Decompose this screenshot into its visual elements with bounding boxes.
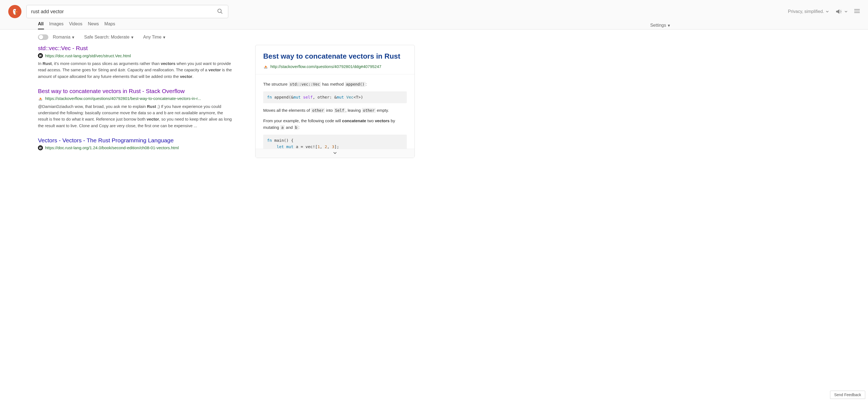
chevron-down-icon	[826, 10, 829, 13]
result-title[interactable]: Vectors - Vectors - The Rust Programming…	[38, 137, 233, 144]
answer-body: The structure std::vec::Vec has method a…	[255, 74, 414, 149]
safesearch-filter[interactable]: Safe Search: Moderate ▾	[84, 35, 133, 40]
settings-label: Settings	[650, 23, 666, 28]
search-icon	[217, 8, 223, 14]
region-filter[interactable]: Romania ▾	[38, 34, 74, 40]
toggle-knob	[39, 35, 43, 39]
caret-down-icon: ▾	[131, 35, 133, 40]
answer-text: empty.	[376, 108, 389, 113]
answer-text: into	[325, 108, 334, 113]
answer-text: Moves all the elements of	[263, 108, 311, 113]
privacy-label: Privacy, simplified.	[788, 9, 824, 14]
answer-text-bold: concatenate	[342, 118, 366, 123]
svg-point-1	[14, 10, 15, 11]
time-label: Any Time	[143, 35, 162, 40]
tab-images[interactable]: Images	[49, 22, 63, 29]
code-block: fn append(&mut self, other: &mut Vec<T>)	[263, 91, 407, 103]
answer-text: and	[285, 125, 294, 130]
inline-code: append()	[345, 82, 366, 87]
menu-button[interactable]	[854, 9, 860, 14]
answer-text-bold: vectors	[375, 118, 390, 123]
result-url[interactable]: https://doc.rust-lang.org/std/vec/struct…	[45, 53, 131, 58]
caret-down-icon: ▾	[72, 35, 74, 40]
duckduckgo-icon	[10, 6, 20, 17]
answer-text: The structure	[263, 82, 289, 86]
search-result: Vectors - Vectors - The Rust Programming…	[38, 137, 233, 150]
stackoverflow-icon	[263, 64, 268, 69]
inline-code: std::vec::Vec	[289, 82, 321, 87]
result-snippet: @DamianDziaduch wow, that broad, you ask…	[38, 103, 233, 129]
search-box[interactable]	[26, 5, 228, 18]
rust-icon	[38, 145, 43, 150]
answer-title[interactable]: Best way to concatenate vectors in Rust	[263, 52, 407, 61]
caret-down-icon: ▾	[668, 23, 670, 28]
answer-text: , leaving	[345, 108, 362, 113]
search-input[interactable]	[31, 9, 215, 15]
result-title[interactable]: Best way to concatenate vectors in Rust …	[38, 88, 233, 94]
inline-code: b	[294, 125, 299, 130]
inline-code: other	[362, 108, 376, 113]
result-title[interactable]: std::vec::Vec - Rust	[38, 45, 233, 52]
svg-point-2	[218, 9, 221, 12]
expand-answer-button[interactable]	[255, 149, 414, 158]
answer-url[interactable]: http://stackoverflow.com/questions/40792…	[270, 64, 381, 69]
inline-code: a	[280, 125, 285, 130]
answer-text: From your example, the following code wi…	[263, 118, 342, 123]
safesearch-label: Safe Search: Moderate	[84, 35, 129, 40]
caret-down-icon: ▾	[163, 35, 165, 40]
search-result: Best way to concatenate vectors in Rust …	[38, 88, 233, 129]
region-label: Romania	[53, 35, 70, 40]
answer-text: :	[366, 82, 367, 86]
answer-text: :	[299, 125, 300, 130]
chevron-down-icon	[844, 10, 848, 13]
inline-code: other	[311, 108, 325, 113]
tab-news[interactable]: News	[88, 22, 99, 29]
tab-all[interactable]: All	[38, 22, 43, 29]
results-column: std::vec::Vec - Rusthttps://doc.rust-lan…	[38, 45, 233, 159]
result-url[interactable]: https://doc.rust-lang.org/1.24.0/book/se…	[45, 145, 179, 150]
svg-line-3	[221, 12, 222, 13]
hamburger-icon	[854, 9, 860, 13]
announcements-button[interactable]	[836, 9, 848, 14]
result-url-row: https://doc.rust-lang.org/std/vec/struct…	[38, 53, 233, 58]
stackoverflow-icon	[38, 96, 43, 101]
region-toggle[interactable]	[38, 34, 49, 40]
search-button[interactable]	[215, 7, 225, 17]
privacy-link[interactable]: Privacy, simplified.	[788, 9, 829, 14]
result-url-row: https://doc.rust-lang.org/1.24.0/book/se…	[38, 145, 233, 150]
chevron-down-icon	[333, 150, 337, 155]
answer-text: two	[366, 118, 375, 123]
megaphone-icon	[836, 9, 843, 14]
logo[interactable]	[8, 5, 22, 18]
tab-maps[interactable]: Maps	[104, 22, 115, 29]
settings-dropdown[interactable]: Settings ▾	[650, 23, 670, 28]
result-url[interactable]: https://stackoverflow.com/questions/4079…	[45, 96, 201, 101]
answer-text: has method	[321, 82, 345, 86]
code-block: fn main() { let mut a = vec![1, 2, 3]; l…	[263, 135, 407, 149]
tab-videos[interactable]: Videos	[69, 22, 83, 29]
result-url-row: https://stackoverflow.com/questions/4079…	[38, 96, 233, 101]
answer-card: Best way to concatenate vectors in Rust …	[255, 45, 415, 158]
result-snippet: In Rust, it's more common to pass slices…	[38, 60, 233, 80]
inline-code: Self	[334, 108, 345, 113]
rust-icon	[38, 53, 43, 58]
search-result: std::vec::Vec - Rusthttps://doc.rust-lan…	[38, 45, 233, 80]
time-filter[interactable]: Any Time ▾	[143, 35, 165, 40]
